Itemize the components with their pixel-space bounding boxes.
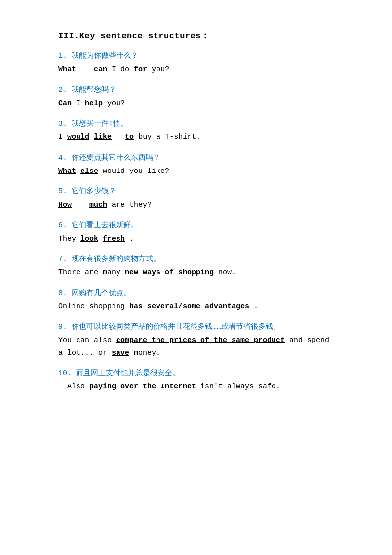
text: are they?	[112, 201, 152, 209]
word-has: has several/some advantages	[129, 302, 249, 311]
sentence-block-2: 2. 我能帮您吗？ Can I help you?	[58, 85, 334, 110]
english-3: I would like to buy a T-shirt.	[58, 131, 334, 144]
text: Online shopping	[58, 302, 129, 311]
sentence-block-3: 3. 我想买一件T恤。 I would like to buy a T-shir…	[58, 119, 334, 144]
word-else: else	[80, 167, 98, 175]
text: There are many	[58, 268, 125, 277]
sentence-block-4: 4. 你还要点其它什么东西吗？ What else would you like…	[58, 153, 334, 178]
text: .	[254, 302, 258, 311]
english-2: Can I help you?	[58, 97, 334, 110]
text: Also	[58, 383, 89, 391]
chinese-7: 7. 现在有很多新的购物方式。	[58, 254, 334, 263]
word-for: for	[134, 65, 147, 74]
sentence-block-5: 5. 它们多少钱？ How much are they?	[58, 186, 334, 212]
page-content: III.Key sentence structures： 1. 我能为你做些什么…	[58, 30, 334, 393]
text: They	[58, 235, 80, 243]
text: buy a T-shirt.	[138, 133, 200, 141]
text: isn't always safe.	[200, 383, 280, 391]
text: you?	[152, 65, 169, 74]
chinese-10: 10. 而且网上支付也并总是很安全。	[58, 368, 334, 378]
word-look: look	[80, 235, 98, 243]
sentence-block-7: 7. 现在有很多新的购物方式。 There are many new ways …	[58, 254, 334, 279]
sentence-block-6: 6. 它们看上去很新鲜。 They look fresh .	[58, 220, 334, 246]
chinese-3: 3. 我想买一件T恤。	[58, 119, 334, 128]
word-new: new ways of shopping	[125, 268, 214, 277]
word-can: can	[94, 65, 107, 74]
english-9: You can also compare the prices of the s…	[58, 334, 334, 359]
english-4: What else would you like?	[58, 165, 334, 178]
word-like: like	[94, 133, 112, 141]
word-to: to	[125, 133, 134, 141]
chinese-5: 5. 它们多少钱？	[58, 186, 334, 196]
text: You can also	[58, 336, 116, 344]
word-paying: paying over the Internet	[89, 383, 196, 391]
sentence-block-1: 1. 我能为你做些什么？ What can I do for you?	[58, 51, 334, 76]
text: and spend	[289, 336, 329, 344]
word-would: would	[67, 133, 89, 141]
word-how: How	[58, 201, 72, 209]
text: now.	[218, 268, 236, 277]
sentence-block-9: 9. 你也可以比较同类产品的价格并且花很多钱……或者节省很多钱。 You can…	[58, 322, 334, 359]
sentence-block-8: 8. 网购有几个优点。 Online shopping has several/…	[58, 288, 334, 313]
sentence-block-10: 10. 而且网上支付也并总是很安全。 Also paying over the …	[58, 368, 334, 393]
word-save: save	[112, 349, 129, 357]
chinese-9: 9. 你也可以比较同类产品的价格并且花很多钱……或者节省很多钱。	[58, 322, 334, 331]
space	[80, 65, 89, 74]
text: a lot... or	[58, 349, 112, 357]
word-help: help	[85, 99, 103, 108]
english-6: They look fresh .	[58, 233, 334, 246]
word-compare: compare the prices of the same product	[116, 336, 285, 344]
text: I	[58, 133, 67, 141]
chinese-2: 2. 我能帮您吗？	[58, 85, 334, 94]
word-fresh: fresh	[103, 235, 125, 243]
text: money.	[134, 349, 160, 357]
text: would you like?	[103, 167, 169, 175]
text: I	[76, 99, 85, 108]
chinese-4: 4. 你还要点其它什么东西吗？	[58, 153, 334, 162]
english-5: How much are they?	[58, 199, 334, 212]
text: .	[129, 235, 134, 243]
english-1: What can I do for you?	[58, 63, 334, 76]
english-7: There are many new ways of shopping now.	[58, 266, 334, 279]
chinese-1: 1. 我能为你做些什么？	[58, 51, 334, 60]
chinese-6: 6. 它们看上去很新鲜。	[58, 220, 334, 230]
word-what2: What	[58, 167, 76, 175]
word-can2: Can	[58, 99, 72, 108]
text: you?	[107, 99, 125, 108]
chinese-8: 8. 网购有几个优点。	[58, 288, 334, 298]
english-8: Online shopping has several/some advanta…	[58, 300, 334, 313]
text	[76, 201, 85, 209]
word-what: What	[58, 65, 76, 74]
english-10: Also paying over the Internet isn't alwa…	[58, 381, 334, 393]
text	[116, 133, 125, 141]
text: I do	[112, 65, 134, 74]
word-much: much	[89, 201, 107, 209]
section-title: III.Key sentence structures：	[58, 30, 334, 41]
